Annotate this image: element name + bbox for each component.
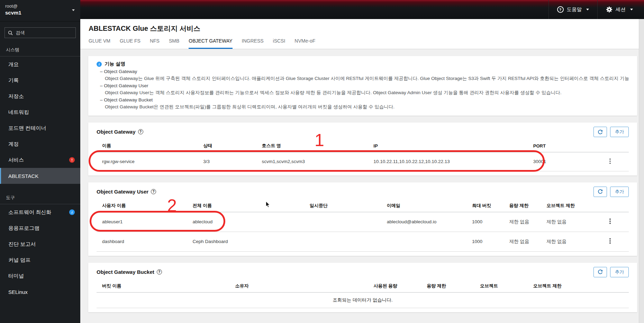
info-term: – Object Gateway Bucket bbox=[100, 97, 629, 102]
tab-glue-fs[interactable]: GLUE FS bbox=[120, 38, 140, 49]
refresh-button[interactable] bbox=[593, 187, 607, 197]
sidebar-item-diagnostic-reports[interactable]: 진단 보고서 bbox=[0, 236, 80, 252]
tab-nvme-of[interactable]: NVMe-oF bbox=[294, 38, 315, 49]
danger-badge-icon: ! bbox=[69, 157, 75, 163]
refresh-button[interactable] bbox=[593, 127, 607, 137]
app-window: root@ scvm1 시스템 개요기록저장소네트워킹포드맨 컨테이너계정서비스… bbox=[0, 0, 644, 323]
tab-nfs[interactable]: NFS bbox=[150, 38, 160, 49]
nav-list-system: 개요기록저장소네트워킹포드맨 컨테이너계정서비스!ABLESTACK bbox=[0, 56, 80, 184]
nav-list-tools: 소프트웨어 최신화i응용프로그램진단 보고서커널 덤프터미널SELinux bbox=[0, 204, 80, 300]
host-switcher[interactable]: root@ scvm1 bbox=[0, 0, 80, 21]
sidebar-item-label: 저장소 bbox=[8, 93, 24, 100]
help-circle-icon[interactable]: ? bbox=[151, 189, 156, 194]
sidebar-item-terminal[interactable]: 터미널 bbox=[0, 268, 80, 284]
empty-row: 조회되는 데이터가 없습니다. bbox=[97, 292, 629, 308]
info-term: – Object Gateway User bbox=[100, 83, 629, 88]
sidebar-item-label: 기록 bbox=[8, 77, 19, 84]
sidebar-item-label: 계정 bbox=[8, 141, 19, 147]
sidebar-item-ablestack[interactable]: ABLESTACK bbox=[0, 168, 80, 184]
refresh-button[interactable] bbox=[593, 267, 607, 277]
sidebar-item-label: 서비스 bbox=[8, 157, 24, 163]
sidebar-item-label: 소프트웨어 최신화 bbox=[8, 209, 51, 216]
sidebar-item-applications[interactable]: 응용프로그램 bbox=[0, 220, 80, 236]
column-header-actions bbox=[591, 139, 629, 152]
row-actions-kebab-icon[interactable] bbox=[607, 236, 614, 246]
nav-section-tools: 도구 bbox=[6, 195, 80, 201]
table-cell: Ceph Dashboard bbox=[187, 232, 304, 251]
row-actions-kebab-icon[interactable] bbox=[607, 217, 614, 226]
tab-iscsi[interactable]: iSCSI bbox=[273, 38, 285, 49]
column-header: 이름 bbox=[97, 139, 198, 152]
row-actions-cell bbox=[591, 232, 629, 251]
row-actions-cell bbox=[591, 212, 629, 232]
tab-bar: GLUE VMGLUE FSNFSSMBOBJECT GATEWAYINGRES… bbox=[89, 38, 644, 49]
sidebar-item-overview[interactable]: 개요 bbox=[0, 56, 80, 72]
table-cell: 1000 bbox=[466, 212, 504, 232]
info-description: Object Gateway User는 객체 스토리지 사용자정보를 관리하는… bbox=[105, 89, 629, 96]
refresh-icon bbox=[598, 189, 603, 194]
tab-glue-vm[interactable]: GLUE VM bbox=[89, 38, 110, 49]
column-header-actions bbox=[591, 199, 629, 212]
help-circle-icon[interactable]: ? bbox=[138, 129, 143, 134]
gear-icon bbox=[606, 6, 613, 13]
tab-smb[interactable]: SMB bbox=[169, 38, 179, 49]
add-button[interactable]: 추가 bbox=[610, 267, 629, 277]
sidebar-item-logs[interactable]: 기록 bbox=[0, 72, 80, 88]
feature-description-card: i 기능 설명 – Object GatewayObject Gateway는 … bbox=[88, 56, 637, 116]
table-cell bbox=[304, 212, 381, 232]
table-cell: 10.10.22.11,10.10.22.12,10.10.22.13 bbox=[368, 152, 527, 171]
sidebar-item-podman-containers[interactable]: 포드맨 컨테이너 bbox=[0, 120, 80, 136]
table-cell: 제한 없음 bbox=[541, 232, 591, 251]
refresh-icon bbox=[598, 269, 603, 275]
table-row: dashboardCeph Dashboard1000제한 없음제한 없음 bbox=[97, 232, 629, 251]
sidebar-search[interactable] bbox=[4, 27, 76, 38]
nav-section-system: 시스템 bbox=[6, 47, 80, 53]
chevron-down-icon bbox=[586, 9, 589, 10]
hostname: scvm1 bbox=[5, 9, 21, 16]
table-cell: rgw.rgw-service bbox=[97, 152, 198, 171]
table-cell: 제한 없음 bbox=[541, 212, 591, 232]
page-header: ABLESTACK Glue 스토리지 서비스 GLUE VMGLUE FSNF… bbox=[80, 19, 644, 49]
help-menu[interactable]: ? 도움말 bbox=[548, 0, 598, 19]
table-cell: scvm1,scvm2,scvm3 bbox=[256, 152, 368, 171]
sidebar-item-selinux[interactable]: SELinux bbox=[0, 284, 80, 300]
help-circle-icon[interactable]: ? bbox=[157, 269, 162, 275]
tab-object-gateway[interactable]: OBJECT GATEWAY bbox=[189, 38, 232, 49]
search-input[interactable] bbox=[16, 30, 72, 35]
scrollbar[interactable] bbox=[639, 19, 644, 323]
page-content: i 기능 설명 – Object GatewayObject Gateway는 … bbox=[80, 49, 644, 323]
section-title-object-gateway-user: Object Gateway User ? bbox=[97, 187, 156, 195]
table-row: ableuser1ablecloudablecloud@ablecloud.io… bbox=[97, 212, 629, 232]
column-header: 이메일 bbox=[381, 199, 466, 212]
sidebar-item-software-updates[interactable]: 소프트웨어 최신화i bbox=[0, 204, 80, 220]
info-title: 기능 설명 bbox=[105, 61, 125, 67]
column-header: 상태 bbox=[198, 139, 256, 152]
tab-ingress[interactable]: INGRESS bbox=[242, 38, 264, 49]
row-actions-kebab-icon[interactable] bbox=[607, 156, 614, 166]
column-header: 버킷 이름 bbox=[97, 279, 230, 293]
add-button[interactable]: 추가 bbox=[610, 187, 629, 197]
table-cell bbox=[381, 232, 466, 251]
column-header: 소유자 bbox=[230, 279, 368, 293]
info-list: – Object GatewayObject Gateway는 Glue 위에 … bbox=[97, 69, 629, 110]
masthead: ? 도움말 세션 bbox=[80, 0, 644, 19]
search-icon bbox=[8, 30, 13, 35]
column-header: 용량 제한 bbox=[421, 279, 474, 293]
table-cell: 1000 bbox=[466, 232, 504, 251]
object-gateway-user-card: Object Gateway User ? 추가 사용자 이름전체 이름일시중단… bbox=[88, 182, 637, 256]
add-button[interactable]: 추가 bbox=[610, 127, 629, 137]
session-menu[interactable]: 세션 bbox=[597, 0, 644, 19]
table-cell: ablecloud bbox=[187, 212, 304, 232]
table-cell: 제한 없음 bbox=[504, 232, 541, 251]
sidebar-item-label: 커널 덤프 bbox=[8, 257, 30, 263]
sidebar-item-networking[interactable]: 네트워킹 bbox=[0, 104, 80, 120]
row-actions-cell bbox=[591, 152, 629, 171]
sidebar-item-accounts[interactable]: 계정 bbox=[0, 136, 80, 152]
sidebar-item-services[interactable]: 서비스! bbox=[0, 152, 80, 168]
sidebar-item-storage[interactable]: 저장소 bbox=[0, 88, 80, 104]
column-header: IP bbox=[368, 139, 527, 152]
sidebar-item-kernel-dump[interactable]: 커널 덤프 bbox=[0, 252, 80, 268]
column-header: 사용자 이름 bbox=[97, 199, 187, 212]
column-header: 오브젝트 bbox=[474, 279, 528, 293]
empty-message: 조회되는 데이터가 없습니다. bbox=[97, 292, 629, 308]
